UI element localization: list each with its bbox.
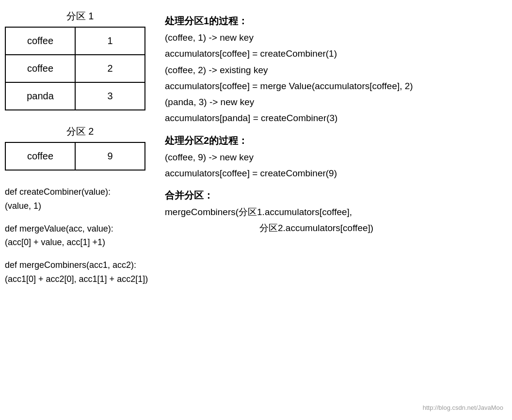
merge-value-block: def mergeValue(acc, value): (acc[0] + va… [5, 222, 155, 250]
merge-combiners-block: def mergeCombiners(acc1, acc2): (acc1[0]… [5, 258, 155, 286]
process2-title: 处理分区2的过程： [165, 134, 507, 147]
p1-r2-val: 2 [75, 55, 145, 82]
merge-line2: 分区2.accumulators[coffee]) [165, 220, 507, 236]
p2-r1-val: 9 [75, 142, 145, 170]
process1-line5: accumulators[panda] = createCombiner(3) [165, 110, 507, 126]
process2-line1: accumulators[coffee] = createCombiner(9) [165, 165, 507, 181]
p1-r1-val: 1 [75, 27, 145, 55]
merge-combiners-body: (acc1[0] + acc2[0], acc1[1] + acc2[1]) [5, 272, 155, 286]
p1-r2-key: coffee [5, 55, 75, 82]
merge-combiners-def: def mergeCombiners(acc1, acc2): [5, 258, 155, 272]
table-row: coffee 1 [5, 27, 145, 55]
right-panel: 处理分区1的过程： (coffee, 1) -> new key accumul… [165, 10, 507, 295]
partition2-label: 分区 2 [5, 125, 155, 138]
p1-r3-val: 3 [75, 82, 145, 110]
partition1-label: 分区 1 [5, 10, 155, 23]
partition1-table: coffee 1 coffee 2 panda 3 [5, 27, 145, 110]
process2-section: 处理分区2的过程： (coffee, 9) -> new key accumul… [165, 134, 507, 182]
p1-r3-key: panda [5, 82, 75, 110]
table-row: coffee 2 [5, 55, 145, 82]
process2-line0: (coffee, 9) -> new key [165, 149, 507, 165]
create-combiner-block: def createCombiner(value): (value, 1) [5, 185, 155, 213]
process1-line0: (coffee, 1) -> new key [165, 30, 507, 46]
left-panel: 分区 1 coffee 1 coffee 2 panda 3 分区 2 coff… [5, 10, 155, 295]
process1-line3: accumulators[coffee] = merge Value(accum… [165, 78, 507, 94]
process1-line1: accumulators[coffee] = createCombiner(1) [165, 46, 507, 62]
table-row: coffee 9 [5, 142, 145, 170]
main-container: 分区 1 coffee 1 coffee 2 panda 3 分区 2 coff… [0, 0, 512, 305]
table-row: panda 3 [5, 82, 145, 110]
code-section: def createCombiner(value): (value, 1) de… [5, 185, 155, 286]
create-combiner-def: def createCombiner(value): [5, 185, 155, 199]
watermark: http://blog.csdn.net/JavaMoo [423, 404, 503, 411]
process1-content: (coffee, 1) -> new key accumulators[coff… [165, 30, 507, 126]
merge-value-def: def mergeValue(acc, value): [5, 222, 155, 236]
process1-title: 处理分区1的过程： [165, 15, 507, 28]
merge-section: 合并分区： mergeCombiners(分区1.accumulators[co… [165, 189, 507, 236]
merge-line1: mergeCombiners(分区1.accumulators[coffee], [165, 204, 507, 220]
process1-section: 处理分区1的过程： (coffee, 1) -> new key accumul… [165, 15, 507, 126]
merge-title: 合并分区： [165, 189, 507, 202]
process1-line2: (coffee, 2) -> existing key [165, 62, 507, 78]
p2-r1-key: coffee [5, 142, 75, 170]
process2-content: (coffee, 9) -> new key accumulators[coff… [165, 149, 507, 182]
partition2-table: coffee 9 [5, 142, 145, 171]
partition2-wrapper: 分区 2 coffee 9 [5, 125, 155, 171]
create-combiner-body: (value, 1) [5, 199, 155, 213]
merge-content: mergeCombiners(分区1.accumulators[coffee],… [165, 204, 507, 236]
p1-r1-key: coffee [5, 27, 75, 55]
merge-value-body: (acc[0] + value, acc[1] +1) [5, 235, 155, 249]
process1-line4: (panda, 3) -> new key [165, 94, 507, 110]
